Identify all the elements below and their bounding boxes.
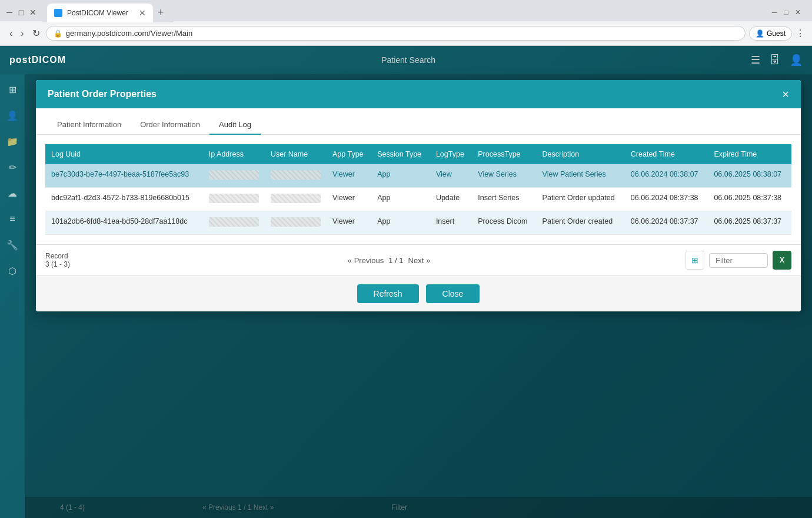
col-log-uuid: Log Uuid — [45, 144, 203, 164]
sidebar: ⊞ 👤 📁 ✏ ☁ ≡ 🔧 ⬡ — [0, 74, 25, 518]
table-row[interactable]: be7c30d3-be7e-4497-beaa-5187fee5ac93View… — [45, 164, 791, 188]
sidebar-item-user[interactable]: 👤 — [2, 105, 23, 126]
col-expired-time: Expired Time — [708, 144, 791, 164]
col-session-type: Session Type — [371, 144, 430, 164]
refresh-button[interactable]: Refresh — [357, 284, 419, 303]
list-icon[interactable]: ☰ — [751, 54, 760, 67]
browser-chrome: ─ □ ✕ PostDICOM Viewer ✕ + ─ □ ✕ ‹ › ↻ 🔒… — [0, 0, 812, 46]
profile-icon: 👤 — [756, 29, 764, 38]
footer-actions: ⊞ X — [685, 251, 791, 270]
browser-titlebar: ─ □ ✕ PostDICOM Viewer ✕ + ─ □ ✕ — [0, 0, 812, 21]
modal-footer: Record 3 (1 - 3) « Previous 1 / 1 Next » — [36, 244, 801, 275]
modal-actions: Refresh Close — [36, 275, 801, 311]
tab-order-information[interactable]: Order Information — [131, 115, 209, 135]
sidebar-item-grid[interactable]: ⊞ — [2, 79, 23, 100]
tab-favicon — [54, 9, 62, 17]
tab-patient-information[interactable]: Patient Information — [48, 115, 131, 135]
table-header-row: Log Uuid Ip Address User Name App Type S… — [45, 144, 791, 164]
tab-bar: PostDICOM Viewer ✕ + — [42, 3, 174, 22]
record-count: 3 (1 - 3) — [45, 260, 92, 268]
minimize-button[interactable]: ─ — [5, 8, 14, 17]
audit-table: Log Uuid Ip Address User Name App Type S… — [45, 144, 791, 235]
tab-close-icon[interactable]: ✕ — [139, 8, 146, 18]
tab-audit-log[interactable]: Audit Log — [209, 115, 261, 135]
max-btn[interactable]: □ — [781, 8, 791, 17]
archive-icon[interactable]: 🗄 — [770, 54, 780, 67]
sidebar-item-tool[interactable]: 🔧 — [2, 234, 23, 255]
active-tab[interactable]: PostDICOM Viewer ✕ — [47, 4, 153, 22]
app-logo: postDICOM — [9, 55, 66, 65]
record-label: Record — [45, 252, 92, 260]
x-btn[interactable]: ✕ — [793, 8, 803, 17]
patient-search-label: Patient Search — [381, 55, 435, 65]
col-user-name: User Name — [265, 144, 327, 164]
min-btn[interactable]: ─ — [770, 8, 779, 17]
modal-body: Log Uuid Ip Address User Name App Type S… — [36, 135, 801, 244]
col-ip-address: Ip Address — [203, 144, 265, 164]
more-options-button[interactable]: ⋮ — [796, 28, 805, 39]
browser-toolbar: ‹ › ↻ 🔒 👤 Guest ⋮ — [0, 21, 812, 46]
modal-title: Patient Order Properties — [48, 89, 157, 99]
modal-header: Patient Order Properties × — [36, 80, 801, 108]
window-close-button[interactable]: ✕ — [28, 8, 38, 17]
sidebar-item-list[interactable]: ≡ — [2, 208, 23, 230]
user-icon[interactable]: 👤 — [790, 54, 803, 67]
filter-input[interactable] — [709, 253, 768, 268]
url-input[interactable] — [66, 29, 738, 38]
table-row[interactable]: 101a2db6-6fd8-41ea-bd50-28df7aa118dcView… — [45, 211, 791, 235]
previous-button[interactable]: « Previous — [348, 256, 384, 265]
sidebar-item-badge[interactable]: ⬡ — [2, 260, 23, 281]
modal-close-button[interactable]: × — [782, 88, 789, 100]
app-header-center: Patient Search — [66, 55, 751, 65]
record-info: Record 3 (1 - 3) — [45, 252, 92, 268]
col-process-type: ProcessType — [472, 144, 536, 164]
tab-title: PostDICOM Viewer — [67, 9, 128, 17]
forward-button[interactable]: › — [18, 26, 26, 41]
export-excel-button[interactable]: X — [773, 251, 791, 270]
col-app-type: App Type — [327, 144, 371, 164]
page-info: 1 / 1 — [388, 256, 403, 265]
back-button[interactable]: ‹ — [7, 26, 15, 41]
sidebar-item-cloud[interactable]: ☁ — [2, 182, 23, 204]
table-row[interactable]: bdc92af1-d2d3-4572-b733-819e6680b015View… — [45, 188, 791, 211]
browser-controls: ─ □ ✕ — [5, 8, 38, 17]
next-button[interactable]: Next » — [408, 256, 431, 265]
lock-icon: 🔒 — [54, 29, 62, 38]
columns-icon: ⊞ — [691, 255, 698, 265]
app-layout: ⊞ 👤 📁 ✏ ☁ ≡ 🔧 ⬡ Patient Order Properties… — [0, 74, 812, 518]
reload-button[interactable]: ↻ — [30, 25, 42, 41]
close-button[interactable]: Close — [426, 284, 480, 303]
new-tab-button[interactable]: + — [153, 3, 169, 22]
pagination: « Previous 1 / 1 Next » — [99, 256, 678, 265]
modal-overlay: Patient Order Properties × Patient Infor… — [25, 74, 812, 518]
column-settings-button[interactable]: ⊞ — [685, 251, 704, 270]
maximize-button[interactable]: □ — [16, 8, 26, 17]
col-log-type: LogType — [430, 144, 472, 164]
patient-order-properties-modal: Patient Order Properties × Patient Infor… — [36, 80, 801, 311]
app-header-right: ☰ 🗄 👤 — [751, 54, 803, 67]
sidebar-item-folder[interactable]: 📁 — [2, 131, 23, 152]
profile-button[interactable]: 👤 Guest — [749, 26, 792, 41]
app-background: postDICOM Patient Search ☰ 🗄 👤 ⊞ 👤 📁 ✏ ☁… — [0, 46, 812, 518]
excel-icon: X — [780, 256, 784, 264]
app-header: postDICOM Patient Search ☰ 🗄 👤 — [0, 46, 812, 74]
col-description: Description — [537, 144, 625, 164]
profile-label: Guest — [767, 29, 786, 38]
address-bar[interactable]: 🔒 — [46, 26, 746, 41]
bg-content: Patient Order Properties × Patient Infor… — [25, 74, 812, 518]
col-created-time: Created Time — [625, 144, 708, 164]
sidebar-item-edit[interactable]: ✏ — [2, 157, 23, 178]
modal-tabs: Patient Information Order Information Au… — [36, 108, 801, 135]
